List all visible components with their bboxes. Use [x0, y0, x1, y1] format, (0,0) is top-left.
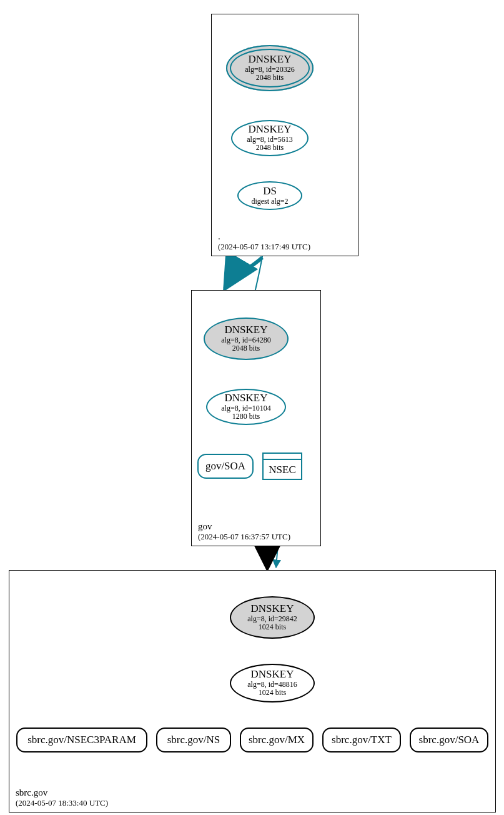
node-line2: digest alg=2: [251, 198, 288, 206]
record-label: sbrc.gov/MX: [249, 734, 305, 746]
zone-sbrc-name: sbrc.gov: [16, 788, 108, 798]
node-title: DNSKEY: [225, 392, 268, 404]
node-title: DNSKEY: [249, 124, 292, 136]
sbrc-nsec3param-rrset: sbrc.gov/NSEC3PARAM: [16, 728, 147, 752]
zone-gov-timestamp: (2024-05-07 16:37:57 UTC): [198, 532, 290, 542]
gov-nsec: NSEC: [262, 452, 302, 480]
sbrc-zsk-dnskey: DNSKEY alg=8, id=48816 1024 bits: [230, 664, 315, 702]
gov-ksk-dnskey: DNSKEY alg=8, id=64280 2048 bits: [204, 318, 289, 360]
record-label: sbrc.gov/NS: [167, 734, 220, 746]
node-line3: 2048 bits: [256, 74, 284, 82]
node-title: DNSKEY: [249, 54, 292, 66]
node-line3: 1024 bits: [259, 689, 286, 697]
zone-root-timestamp: (2024-05-07 13:17:49 UTC): [218, 242, 310, 252]
node-line3: 1280 bits: [232, 412, 260, 421]
node-title: DNSKEY: [251, 603, 294, 615]
root-ds: DS digest alg=2: [237, 181, 302, 210]
node-title: DNSKEY: [251, 669, 294, 681]
root-ksk-dnskey: DNSKEY alg=8, id=20326 2048 bits: [226, 45, 314, 91]
zone-root-name: .: [218, 231, 310, 242]
nsec-label: NSEC: [264, 464, 301, 476]
sbrc-mx-rrset: sbrc.gov/MX: [240, 728, 314, 752]
record-label: sbrc.gov/TXT: [332, 734, 392, 746]
node-title: DNSKEY: [225, 324, 268, 336]
node-line3: 1024 bits: [259, 623, 286, 631]
record-label: gov/SOA: [205, 461, 245, 472]
sbrc-txt-rrset: sbrc.gov/TXT: [322, 728, 401, 752]
zone-sbrc-timestamp: (2024-05-07 18:33:40 UTC): [16, 798, 108, 808]
sbrc-ksk-dnskey: DNSKEY alg=8, id=29842 1024 bits: [230, 596, 315, 639]
sbrc-ns-rrset: sbrc.gov/NS: [156, 728, 231, 752]
node-title: DS: [263, 186, 277, 198]
gov-zsk-dnskey: DNSKEY alg=8, id=10104 1280 bits: [206, 389, 286, 425]
node-line3: 2048 bits: [232, 344, 260, 352]
gov-soa-rrset: gov/SOA: [197, 454, 254, 479]
node-line3: 2048 bits: [256, 144, 284, 152]
root-zsk-dnskey: DNSKEY alg=8, id=5613 2048 bits: [231, 120, 309, 156]
record-label: sbrc.gov/SOA: [419, 734, 480, 746]
sbrc-soa-rrset: sbrc.gov/SOA: [410, 728, 488, 752]
zone-gov-name: gov: [198, 521, 290, 532]
record-label: sbrc.gov/NSEC3PARAM: [27, 734, 136, 746]
